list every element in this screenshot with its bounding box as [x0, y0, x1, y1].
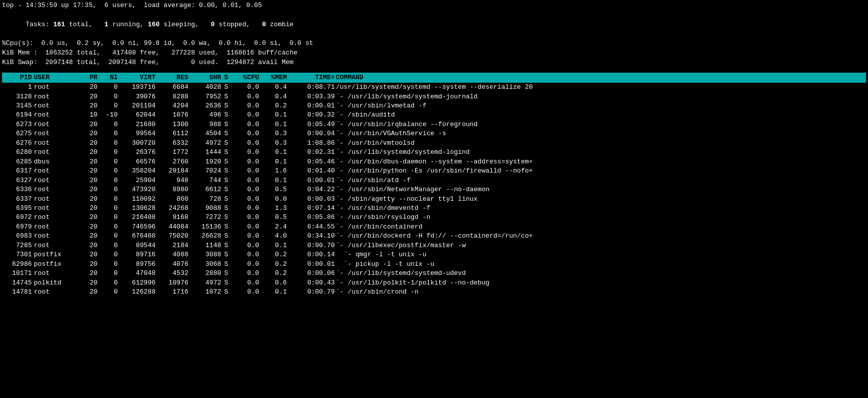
cell-time: 0:05.46	[287, 157, 335, 166]
cell-virt: 358204	[118, 166, 156, 176]
header-line-3: %Cpu(s): 0.0 us, 0.2 sy, 0.0 ni, 99.8 id…	[2, 39, 866, 48]
table-row: 6395 root 20 0 130628 24268 9088 S 0.0 1…	[2, 204, 866, 213]
cell-ni: 0	[97, 148, 118, 157]
cell-time: 0:00.01	[287, 101, 335, 110]
cell-mem: 0.4	[259, 92, 287, 101]
cell-user: root	[32, 120, 77, 129]
cell-shr: 728	[188, 195, 221, 204]
cell-mem: 0.1	[259, 241, 287, 250]
table-row: 7285 root 20 0 89544 2184 1148 S 0.0 0.1…	[2, 241, 866, 250]
cell-user: root	[32, 148, 77, 157]
cell-ni: 0	[97, 232, 118, 241]
cell-pr: 20	[77, 139, 97, 148]
cell-user: root	[32, 139, 77, 148]
cell-mem: 0.1	[259, 288, 287, 297]
cell-time: 0:03.39	[287, 92, 335, 101]
cell-cpu: 0.0	[231, 250, 259, 259]
cell-ni: 0	[97, 139, 118, 148]
cell-user: root	[32, 232, 77, 241]
tasks-stopped-label: stopped,	[215, 21, 262, 28]
cell-pr: 20	[77, 250, 97, 259]
cell-virt: 39076	[118, 92, 156, 101]
table-row: 7301 postfix 20 0 89716 4088 3088 S 0.0 …	[2, 250, 866, 259]
cell-res: 1076	[156, 110, 188, 120]
cell-res: 1772	[156, 148, 188, 157]
tasks-sleeping-label: sleeping,	[160, 21, 211, 28]
cell-virt: 89756	[118, 260, 156, 269]
cell-mem: 0.1	[259, 110, 287, 120]
cell-cmd: `- /usr/bin/containerd	[335, 222, 864, 232]
cell-s: S	[221, 204, 231, 213]
cell-pid: 6395	[4, 204, 32, 213]
cell-virt: 26376	[118, 148, 156, 157]
cell-shr: 3068	[188, 260, 221, 269]
cell-pid: 14745	[4, 278, 32, 288]
cell-mem: 0.0	[259, 195, 287, 204]
cell-res: 6112	[156, 129, 188, 138]
cell-mem: 0.2	[259, 260, 287, 269]
cell-s: S	[221, 110, 231, 120]
cell-res: 2760	[156, 157, 188, 166]
cell-s: S	[221, 250, 231, 259]
cell-pid: 6280	[4, 148, 32, 157]
cell-cmd: `- /usr/sbin/rsyslogd -n	[335, 213, 864, 222]
cell-pid: 6273	[4, 120, 32, 129]
cell-ni: 0	[97, 92, 118, 101]
cell-cpu: 0.0	[231, 213, 259, 222]
cell-s: S	[221, 92, 231, 101]
cell-res: 4532	[156, 269, 188, 278]
cell-shr: 2636	[188, 101, 221, 110]
cell-shr: 1444	[188, 148, 221, 157]
cell-mem: 0.1	[259, 120, 287, 129]
col-header-user: USER	[32, 73, 77, 82]
cell-shr: 496	[188, 110, 221, 120]
cell-pr: 20	[77, 195, 97, 204]
cell-ni: 0	[97, 222, 118, 232]
cell-time: 0:00.43	[287, 278, 335, 288]
col-header-s: S	[221, 73, 231, 82]
cell-time: 0:00.01	[287, 176, 335, 185]
cell-mem: 1.6	[259, 166, 287, 176]
cell-user: root	[32, 83, 77, 92]
cell-virt: 676460	[118, 232, 156, 241]
cell-time: 0:00.79	[287, 288, 335, 297]
cell-mem: 0.3	[259, 129, 287, 138]
table-row: 6336 root 20 0 473920 8980 6612 S 0.0 0.…	[2, 185, 866, 194]
header-line-5: KiB Swap: 2097148 total, 2097148 free, 0…	[2, 58, 866, 68]
cell-ni: 0	[97, 129, 118, 138]
cell-pid: 62986	[4, 260, 32, 269]
cell-s: S	[221, 222, 231, 232]
table-row: 6280 root 20 0 26376 1772 1444 S 0.0 0.1…	[2, 148, 866, 157]
process-table: PID USER PR NI VIRT RES SHR S %CPU %MEM …	[2, 73, 866, 297]
cell-ni: 0	[97, 278, 118, 288]
cell-pr: 20	[77, 241, 97, 250]
cell-user: root	[32, 92, 77, 101]
table-row: 14745 polkitd 20 0 612996 10976 4972 S 0…	[2, 278, 866, 288]
cell-shr: 26628	[188, 232, 221, 241]
cell-pr: 20	[77, 129, 97, 138]
cell-shr: 2880	[188, 269, 221, 278]
cell-ni: 0	[97, 195, 118, 204]
cell-pr: 20	[77, 120, 97, 129]
cell-cmd: `- /usr/bin/dbus-daemon --system --addre…	[335, 157, 864, 166]
cell-s: S	[221, 195, 231, 204]
cell-pid: 6285	[4, 157, 32, 166]
cell-cmd: `- /usr/bin/VGAuthService -s	[335, 129, 864, 138]
col-header-res: RES	[156, 73, 188, 82]
cell-virt: 300720	[118, 139, 156, 148]
cell-time: 0:00.70	[287, 241, 335, 250]
cell-cmd: `- /usr/bin/dockerd -H fd:// --container…	[335, 232, 864, 241]
cell-res: 1716	[156, 288, 188, 297]
cell-user: root	[32, 195, 77, 204]
cell-ni: 0	[97, 101, 118, 110]
cell-pr: 20	[77, 101, 97, 110]
cell-user: root	[32, 213, 77, 222]
cell-cpu: 0.0	[231, 288, 259, 297]
col-header-pid: PID	[4, 73, 32, 82]
cell-cpu: 0.0	[231, 204, 259, 213]
table-row: 3145 root 20 0 201104 4204 2636 S 0.0 0.…	[2, 101, 866, 110]
cell-cmd: `- pickup -l -t unix -u	[335, 260, 864, 269]
cell-ni: 0	[97, 260, 118, 269]
cell-cpu: 0.0	[231, 139, 259, 148]
cell-user: polkitd	[32, 278, 77, 288]
